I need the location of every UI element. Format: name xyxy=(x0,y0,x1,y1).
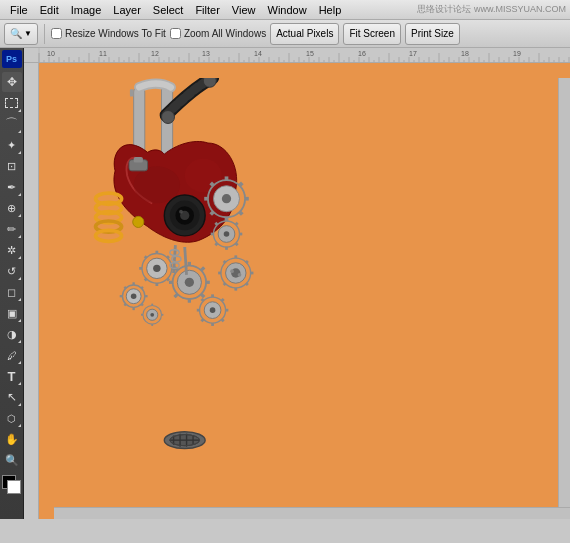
crop-tool[interactable]: ⊡ xyxy=(2,156,22,176)
eraser-icon: ◻ xyxy=(7,286,16,299)
color-swatches[interactable] xyxy=(2,475,22,495)
background-color[interactable] xyxy=(7,480,21,494)
print-size-label: Print Size xyxy=(411,28,454,39)
move-tool[interactable]: ✥ xyxy=(2,72,22,92)
resize-windows-checkbox[interactable] xyxy=(51,28,62,39)
shape-icon: ⬡ xyxy=(7,413,16,424)
history-brush-tool[interactable]: ↺ xyxy=(2,261,22,281)
svg-line-194 xyxy=(124,304,126,306)
print-size-button[interactable]: Print Size xyxy=(405,23,460,45)
menu-select[interactable]: Select xyxy=(147,3,190,17)
menu-view[interactable]: View xyxy=(226,3,262,17)
dodge-icon: ◑ xyxy=(7,328,17,341)
svg-line-223 xyxy=(224,261,226,263)
svg-point-227 xyxy=(230,269,234,273)
menu-image[interactable]: Image xyxy=(65,3,108,17)
menu-edit[interactable]: Edit xyxy=(34,3,65,17)
svg-rect-118 xyxy=(134,157,143,163)
magic-wand-tool[interactable]: ✦ xyxy=(2,135,22,155)
lasso-tool[interactable]: ⌒ xyxy=(2,114,22,134)
svg-line-183 xyxy=(201,319,203,321)
svg-point-154 xyxy=(153,265,160,272)
shape-tool[interactable]: ⬡ xyxy=(2,408,22,428)
svg-line-173 xyxy=(201,294,204,297)
zoom-tool-button[interactable]: 🔍 ▼ xyxy=(4,23,38,45)
ps-badge: Ps xyxy=(2,50,22,68)
gradient-icon: ▣ xyxy=(7,307,17,320)
clone-stamp-tool[interactable]: ✲ xyxy=(2,240,22,260)
svg-point-123 xyxy=(179,210,183,214)
actual-pixels-button[interactable]: Actual Pixels xyxy=(270,23,339,45)
eraser-tool[interactable]: ◻ xyxy=(2,282,22,302)
ruler-left xyxy=(24,63,39,519)
menu-file[interactable]: File xyxy=(4,3,34,17)
type-icon: T xyxy=(8,369,16,384)
svg-line-172 xyxy=(175,294,178,297)
hand-tool[interactable]: ✋ xyxy=(2,429,22,449)
svg-line-159 xyxy=(145,256,147,258)
svg-point-113 xyxy=(162,111,175,124)
canvas-area: // Will be drawn via JS below 10 11 12 1… xyxy=(24,48,570,519)
menu-help[interactable]: Help xyxy=(313,3,348,17)
svg-line-204 xyxy=(185,247,187,275)
marquee-tool[interactable] xyxy=(2,93,22,113)
path-selection-icon: ↖ xyxy=(7,390,17,404)
resize-windows-label: Resize Windows To Fit xyxy=(65,28,166,39)
watermark-text: 思络设计论坛 www.MISSYUAN.COM xyxy=(417,3,566,16)
svg-point-198 xyxy=(150,313,154,317)
brush-icon: ✏ xyxy=(7,223,16,236)
svg-line-140 xyxy=(240,212,243,215)
actual-pixels-label: Actual Pixels xyxy=(276,28,333,39)
svg-point-143 xyxy=(224,231,230,237)
svg-line-139 xyxy=(211,212,214,215)
svg-line-195 xyxy=(141,304,143,306)
svg-rect-111 xyxy=(130,89,134,96)
canvas-content[interactable] xyxy=(39,63,570,519)
zoom-all-checkbox-label[interactable]: Zoom All Windows xyxy=(170,28,266,39)
eyedropper-tool[interactable]: ✒ xyxy=(2,177,22,197)
path-selection-tool[interactable]: ↖ xyxy=(2,387,22,407)
menu-window[interactable]: Window xyxy=(262,3,313,17)
svg-point-114 xyxy=(203,78,216,87)
svg-line-160 xyxy=(167,256,169,258)
svg-point-128 xyxy=(96,230,122,241)
dodge-tool[interactable]: ◑ xyxy=(2,324,22,344)
svg-line-226 xyxy=(246,283,248,285)
magic-wand-icon: ✦ xyxy=(7,139,16,152)
svg-line-148 xyxy=(215,223,217,225)
svg-line-182 xyxy=(222,299,224,301)
menu-filter[interactable]: Filter xyxy=(189,3,225,17)
main-area: Ps ✥ ⌒ ✦ ⊡ ✒ ⊕ ✏ xyxy=(0,48,570,519)
zoom-tool[interactable]: 🔍 xyxy=(2,450,22,470)
ruler-top: // Will be drawn via JS below 10 11 12 1… xyxy=(24,48,570,63)
pen-icon: 🖊 xyxy=(7,350,17,361)
vertical-scrollbar[interactable] xyxy=(558,78,570,507)
zoom-icon: 🔍 xyxy=(10,28,22,39)
svg-line-149 xyxy=(236,223,238,225)
zoom-all-label: Zoom All Windows xyxy=(184,28,266,39)
svg-line-193 xyxy=(141,287,143,289)
clone-stamp-icon: ✲ xyxy=(7,244,16,257)
svg-point-187 xyxy=(131,293,137,299)
horizontal-scrollbar[interactable] xyxy=(54,507,570,519)
fit-screen-button[interactable]: Fit Screen xyxy=(343,23,401,45)
hand-icon: ✋ xyxy=(5,433,19,446)
menu-layer[interactable]: Layer xyxy=(107,3,147,17)
svg-line-138 xyxy=(240,183,243,186)
svg-point-129 xyxy=(133,216,144,227)
pen-tool[interactable]: 🖊 xyxy=(2,345,22,365)
svg-line-225 xyxy=(224,283,226,285)
gradient-tool[interactable]: ▣ xyxy=(2,303,22,323)
history-brush-icon: ↺ xyxy=(7,265,16,278)
svg-line-162 xyxy=(167,279,169,281)
zoom-tool-icon: 🔍 xyxy=(5,454,19,467)
svg-point-116 xyxy=(185,159,222,192)
resize-windows-checkbox-label[interactable]: Resize Windows To Fit xyxy=(51,28,166,39)
zoom-all-checkbox[interactable] xyxy=(170,28,181,39)
type-tool[interactable]: T xyxy=(2,366,22,386)
svg-line-184 xyxy=(222,319,224,321)
svg-point-176 xyxy=(210,307,216,313)
brush-tool[interactable]: ✏ xyxy=(2,219,22,239)
healing-brush-tool[interactable]: ⊕ xyxy=(2,198,22,218)
svg-line-192 xyxy=(124,287,126,289)
